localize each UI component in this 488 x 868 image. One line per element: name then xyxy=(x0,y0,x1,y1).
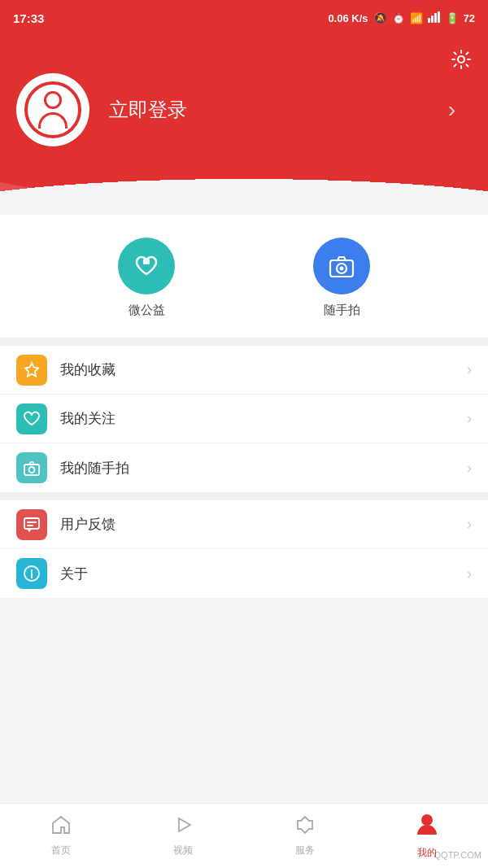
clock-icon: ⏰ xyxy=(392,12,405,24)
avatar xyxy=(16,73,89,146)
battery-level: 72 xyxy=(464,12,475,24)
wave-bg xyxy=(0,166,488,215)
svg-point-8 xyxy=(340,267,344,271)
about-chevron-icon: › xyxy=(467,565,472,582)
profile-row[interactable]: 立即登录 › xyxy=(16,73,472,146)
login-text: 立即登录 xyxy=(109,97,187,123)
suishoupai-icon xyxy=(313,238,370,294)
following-icon-box xyxy=(16,403,47,434)
chevron-right-header-icon: › xyxy=(448,97,455,123)
profile-header: 立即登录 › xyxy=(0,36,488,215)
svg-point-10 xyxy=(29,467,35,473)
watermark: QQTP.COM xyxy=(434,850,481,860)
svg-rect-11 xyxy=(24,518,39,529)
video-icon xyxy=(172,814,194,840)
favorites-chevron-icon: › xyxy=(467,361,472,378)
status-time: 17:33 xyxy=(13,11,44,25)
mine-icon xyxy=(414,812,440,843)
signal-icon xyxy=(428,11,441,25)
svg-rect-9 xyxy=(24,465,39,475)
about-icon-box xyxy=(16,558,47,589)
quick-item-suishoupai[interactable]: 随手拍 xyxy=(313,238,370,318)
menu-item-feedback[interactable]: 用户反馈 › xyxy=(0,500,488,549)
favorites-icon-box xyxy=(16,355,47,386)
avatar-body xyxy=(38,112,68,129)
settings-button[interactable] xyxy=(451,49,472,75)
weigongyi-label: 微公益 xyxy=(129,303,165,318)
weigongyi-icon xyxy=(118,238,175,294)
myphoto-chevron-icon: › xyxy=(467,460,472,477)
svg-point-4 xyxy=(458,56,464,63)
menu-item-about[interactable]: 关于 › xyxy=(0,549,488,598)
home-icon xyxy=(50,814,72,840)
no-signal-icon: 🔕 xyxy=(373,11,387,24)
myphoto-label: 我的随手拍 xyxy=(60,459,467,478)
menu-item-following[interactable]: 我的关注 › xyxy=(0,395,488,443)
avatar-inner xyxy=(24,81,81,138)
nav-service-label: 服务 xyxy=(295,844,315,857)
menu-item-myphoto[interactable]: 我的随手拍 › xyxy=(0,443,488,492)
svg-rect-1 xyxy=(431,15,434,23)
wifi-icon: 📶 xyxy=(410,12,423,24)
nav-item-home[interactable]: 首页 xyxy=(0,814,122,857)
menu-group-2: 用户反馈 › 关于 › xyxy=(0,500,488,598)
favorites-label: 我的收藏 xyxy=(60,360,467,379)
svg-rect-2 xyxy=(434,13,437,23)
myphoto-icon-box xyxy=(16,452,47,483)
about-label: 关于 xyxy=(60,565,467,583)
status-bar: 17:33 0.06 K/s 🔕 ⏰ 📶 🔋 72 xyxy=(0,0,488,36)
nav-item-video[interactable]: 视频 xyxy=(122,814,244,857)
nav-item-service[interactable]: 服务 xyxy=(244,814,366,857)
feedback-chevron-icon: › xyxy=(467,516,472,533)
section-divider-1 xyxy=(0,338,488,346)
following-chevron-icon: › xyxy=(467,410,472,427)
quick-actions: 微公益 随手拍 xyxy=(0,213,488,338)
feedback-icon-box xyxy=(16,509,47,540)
svg-rect-0 xyxy=(428,18,430,23)
quick-item-weigongyi[interactable]: 微公益 xyxy=(118,238,175,318)
following-label: 我的关注 xyxy=(60,409,467,428)
nav-home-label: 首页 xyxy=(51,844,71,857)
avatar-head xyxy=(44,91,62,109)
menu-item-favorites[interactable]: 我的收藏 › xyxy=(0,346,488,395)
svg-point-13 xyxy=(421,814,433,826)
avatar-person xyxy=(38,91,68,129)
section-divider-2 xyxy=(0,492,488,500)
network-speed: 0.06 K/s xyxy=(328,12,368,24)
menu-group-1: 我的收藏 › 我的关注 › 我的随手拍 › xyxy=(0,346,488,492)
nav-video-label: 视频 xyxy=(173,844,193,857)
service-icon xyxy=(294,814,316,840)
bottom-nav: 首页 视频 服务 我的 xyxy=(0,803,488,868)
feedback-label: 用户反馈 xyxy=(60,515,467,534)
suishoupai-label: 随手拍 xyxy=(324,303,360,318)
svg-rect-3 xyxy=(438,11,440,23)
battery-icon: 🔋 xyxy=(446,12,459,24)
status-right: 0.06 K/s 🔕 ⏰ 📶 🔋 72 xyxy=(328,11,475,25)
